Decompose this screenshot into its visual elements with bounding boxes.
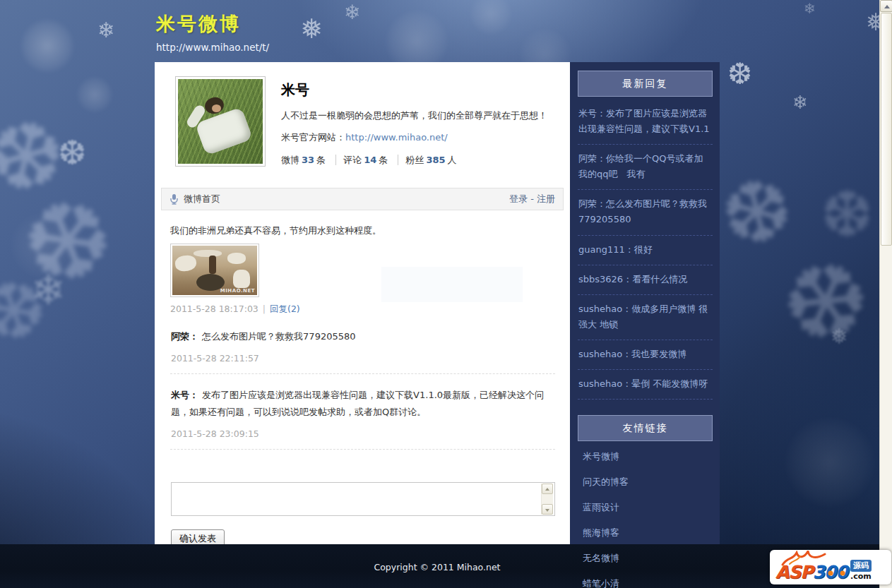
scroll-down-icon[interactable] [542,504,553,515]
frost-branch [713,164,802,263]
friend-link[interactable]: 熊海博客 [578,520,713,546]
snowflake-icon [804,1,816,16]
reply-item[interactable]: 阿荣：怎么发布图片呢？救救我779205580 [578,190,713,235]
comment-list: 阿荣： 怎么发布图片呢？救救我779205580 2011-5-28 22:11… [170,316,555,450]
comment-author: 阿荣： [171,331,198,342]
footer: Copyright © 2011 Mihao.net [0,544,892,588]
site-header: 米号微博 http://www.mihao.net/t/ [155,0,720,62]
post-thumbnail[interactable]: MIHAO.NET [170,244,259,297]
page-wrapper: 米号微博 http://www.mihao.net/t/ 米号 人不过是一根脆弱… [155,0,720,544]
thumb-detail [227,253,246,264]
thumb-detail [209,256,216,274]
latest-replies-list: 米号：发布了图片应该是浏览器出现兼容性问题，建议下载V1.1 阿荣：你给我一个Q… [578,100,713,400]
comment-input[interactable] [171,482,555,516]
latest-replies-header: 最新回复 [578,71,713,97]
reply-link[interactable]: 回复(2) [270,304,300,314]
friend-link[interactable]: 问天的博客 [578,469,713,495]
profile-card: 米号 人不过是一根脆弱的会思想的芦苇，我们的全部尊严就在于思想！ 米号官方网站：… [155,62,570,188]
friend-links-header: 友情链接 [578,415,713,441]
snowflake-icon [97,20,115,41]
auth-links: 登录 - 注册 [509,193,555,205]
avatar-detail [212,104,221,112]
asp300-tag: 源码 [850,560,872,572]
weibo-toolbar: 微博首页 登录 - 注册 [161,188,564,210]
stat-value: 385 [424,155,447,165]
post-thumbnail-image: MIHAO.NET [172,246,257,295]
register-link[interactable]: 注册 [537,193,555,204]
comment-text: 怎么发布图片呢？救救我779205580 [202,331,355,342]
scrollbar-thumb[interactable] [881,13,892,246]
comment-text: 发布了图片应该是浏览器出现兼容性问题，建议下载V1.1.0最新版，已经解决这个问… [171,390,544,418]
friend-link[interactable]: 无名微博 [578,546,713,571]
official-site-link[interactable]: http://www.mihao.net/ [345,132,448,143]
weibo-home-link[interactable]: 微博首页 [184,193,220,205]
stat-item: 评论14条 [335,155,395,165]
profile-bio: 人不过是一根脆弱的会思想的芦苇，我们的全部尊严就在于思想！ [281,109,547,122]
auth-separator: - [530,193,534,204]
site-label: 米号官方网站： [281,132,345,143]
reply-item[interactable]: 米号：发布了图片应该是浏览器出现兼容性问题，建议下载V1.1 [578,100,713,145]
asp300-watermark: ASP300 源码 .com [770,550,891,584]
reply-item[interactable]: sushehao：我也要发微博 [578,340,713,370]
browser-scrollbar[interactable] [879,0,892,588]
frost-branch [766,239,886,367]
post-text: 我们的非洲兄弟还真不容易，节约用水到这种程度。 [170,223,555,239]
comment-time: 2011-5-28 23:09:15 [171,428,554,439]
comment-composer: 确认发表 [170,450,555,544]
reply-item[interactable]: sushehao：晕倒 不能发微博呀 [578,370,713,400]
comment-item: 阿荣： 怎么发布图片呢？救救我779205580 2011-5-28 22:11… [170,316,555,374]
login-link[interactable]: 登录 [509,193,528,204]
stat-item: 粉丝385人 [398,155,463,165]
snowflake-icon [792,93,808,112]
stat-value: 33 [299,155,316,165]
textarea-scrollbar[interactable] [541,484,553,515]
friend-links-list: 米号微博 问天的博客 蓝雨设计 熊海博客 无名微博 蜡笔小清 [578,444,713,588]
image-watermark: MIHAO.NET [220,288,255,294]
site-url: http://www.mihao.net/t/ [156,42,720,53]
friend-link[interactable]: 蓝雨设计 [578,495,713,520]
watermark-ghost [381,267,523,302]
copyright-text: Copyright © 2011 Mihao.net [374,562,500,572]
submit-comment-button[interactable]: 确认发表 [171,529,225,544]
microphone-icon [170,194,179,205]
comment-item: 米号： 发布了图片应该是浏览器出现兼容性问题，建议下载V1.1.0最新版，已经解… [170,374,555,450]
post-meta: 2011-5-28 18:17:03|回复(2) [170,304,555,316]
reply-item[interactable]: guang111：很好 [578,236,713,265]
asp300-dotcom: .com [850,572,872,581]
scroll-up-icon[interactable] [542,484,553,494]
feed: 我们的非洲兄弟还真不容易，节约用水到这种程度。 MIHAO.NET 2011-5… [155,210,570,544]
snowflake-icon [727,59,752,89]
avatar-image [178,79,263,164]
reply-item[interactable]: sushehao：做成多用户微博 很强大 地锁 [578,295,713,340]
reply-item[interactable]: sbbs3626：看看什么情况 [578,265,713,295]
stat-item: 微博33条 [281,155,333,165]
main-panel: 米号 人不过是一根脆弱的会思想的芦苇，我们的全部尊严就在于思想！ 米号官方网站：… [155,62,570,544]
site-title: 米号微博 [156,11,720,37]
bokeh-circle [784,416,876,508]
thumb-detail [174,254,198,272]
thumb-detail [194,250,222,257]
bokeh-circle [76,76,113,113]
scrollbar-up-icon[interactable] [880,0,892,12]
profile-site-line: 米号官方网站：http://www.mihao.net/ [281,131,547,144]
reply-item[interactable]: 阿荣：你给我一个QQ号或者加我的qq吧 我有 [578,145,713,190]
profile-name: 米号 [281,80,547,100]
comment-author: 米号： [171,390,198,400]
thumb-detail [233,270,250,288]
avatar [175,76,266,167]
comment-time: 2011-5-28 22:11:57 [171,353,554,364]
friend-link[interactable]: 蜡笔小清 [578,571,713,588]
profile-stats: 微博33条 评论14条 粉丝385人 [281,154,547,167]
sidebar: 最新回复 米号：发布了图片应该是浏览器出现兼容性问题，建议下载V1.1 阿荣：你… [570,62,720,544]
stat-value: 14 [362,155,379,165]
post-time: 2011-5-28 18:17:03 [170,304,258,314]
bokeh-circle [20,18,75,73]
friend-link[interactable]: 米号微博 [578,444,713,469]
